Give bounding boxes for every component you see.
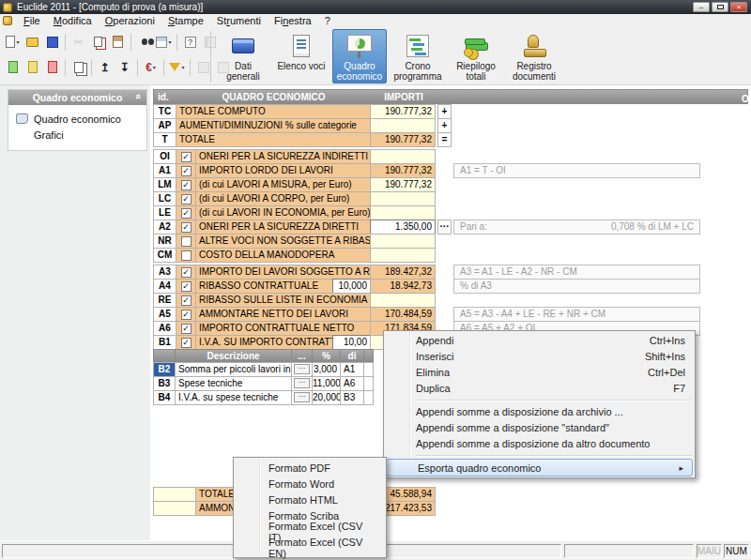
save-button[interactable] [42,32,62,53]
formula-note: Pari a:0,708 % di LM + LC [453,219,700,235]
document-icon[interactable] [3,16,12,25]
checkbox-checked-icon[interactable]: ✓ [181,194,192,204]
subtable-description-cell[interactable]: Somma per piccoli lavori in [175,362,292,377]
move-top-button[interactable]: ↥ [95,57,115,78]
checkbox-checked-icon[interactable]: ✓ [181,324,192,334]
checkbox-checked-icon[interactable]: ✓ [181,267,192,278]
menu-modifica[interactable]: Modifica [47,14,99,27]
registro-documenti-button[interactable]: Registro documenti [507,29,561,83]
dati-generali-button[interactable]: Dati generali [216,29,270,83]
checkbox-checked-icon[interactable]: ✓ [181,208,192,219]
row-id-cell: A4 [153,279,176,294]
menu-stampe[interactable]: Stampe [161,14,210,27]
checkbox-checked-icon[interactable]: ✓ [181,222,192,233]
find-button[interactable] [134,32,154,53]
quadro-economico-button[interactable]: Quadro economico [332,29,387,83]
window-layout-button[interactable]: ▾ [154,32,174,53]
amount-cell[interactable] [370,149,436,164]
crono-programma-button[interactable]: Crono programma [391,29,445,83]
context-menu-item-inserisci[interactable]: InserisciShift+Ins [385,348,694,364]
menu-item[interactable]: ? [318,14,337,27]
sidebar-item-grafici[interactable]: Grafici [8,127,146,143]
percent-input[interactable]: 10,00 [332,335,371,350]
operation-button[interactable]: + [437,104,452,119]
copy-button[interactable] [88,32,108,53]
checkbox-checked-icon[interactable]: ✓ [181,166,192,176]
amount-cell[interactable] [370,191,436,206]
subtable-description-cell[interactable]: Spese tecniche [175,376,292,391]
checkbox-unchecked-icon[interactable] [181,250,192,261]
submenu-item-formato-pdf[interactable]: Formato PDF [235,460,385,476]
currency-button[interactable]: €▾ [141,57,161,78]
context-menu-item-duplica[interactable]: DuplicaF7 [385,380,694,396]
subtable-di-cell[interactable]: B3 [340,390,364,405]
subtable-description-cell[interactable]: I.V.A. su spese tecniche [175,390,292,405]
collapse-icon[interactable]: « [133,94,145,99]
amount-cell[interactable] [370,234,436,249]
amount-cell[interactable] [370,205,436,220]
ellipsis-button[interactable]: ··· [294,378,310,388]
print-document-button[interactable] [42,57,62,78]
new-document-button[interactable]: ▾ [3,32,23,53]
subtable-percent-cell[interactable]: 3,000 [312,362,341,377]
maximize-button[interactable] [712,2,728,12]
menu-operazioni[interactable]: Operazioni [99,14,161,27]
checkbox-checked-icon[interactable]: ✓ [181,338,192,348]
submenu-item-formato-html[interactable]: Formato HTML [235,492,385,507]
riepilogo-totali-button[interactable]: Riepilogo totali [449,29,503,83]
menu-file[interactable]: File [17,14,47,27]
operation-button[interactable]: + [437,118,452,133]
toolbar-separator [187,58,193,77]
amount-cell[interactable] [370,248,436,263]
checkbox-unchecked-icon[interactable] [181,236,192,247]
amount-cell[interactable] [370,293,436,308]
subtable-percent-cell[interactable]: 20,000 [312,390,341,405]
ellipsis-button-cell[interactable]: ··· [291,376,313,391]
export-document-button[interactable] [23,57,42,78]
open-button[interactable] [23,32,42,53]
move-bottom-button[interactable]: ↧ [115,57,134,78]
ellipsis-button-cell[interactable]: ··· [291,362,313,377]
checkbox-checked-icon[interactable]: ✓ [181,180,192,190]
amount-cell[interactable]: 190.777,32 [370,104,436,119]
row-checkbox-cell: ✓ [176,307,196,322]
sidebar-item-quadro-economico[interactable]: Quadro economico [8,111,146,127]
amount-cell[interactable]: 190.777,32 [370,177,436,192]
amount-cell[interactable] [370,118,436,133]
submenu-item-formato-word[interactable]: Formato Word [235,476,385,492]
context-menu-item-appendi-somme-a-disposizione-standard[interactable]: Appendi somme a disposizione "standard" [385,419,694,435]
checkbox-checked-icon[interactable]: ✓ [181,295,192,306]
help-button[interactable]: ? [180,32,200,53]
filter-button[interactable]: ▾ [167,57,187,78]
subtable-percent-cell[interactable]: 11,000 [312,376,341,391]
context-menu-item-elimina[interactable]: EliminaCtrl+Del [385,364,694,380]
copy-pages-button[interactable] [69,57,88,78]
import-document-button[interactable] [3,57,23,78]
menu-strumenti[interactable]: Strumenti [210,14,268,27]
context-menu-item-appendi[interactable]: AppendiCtrl+Ins [385,332,694,348]
operation-button[interactable]: = [437,132,452,147]
panel-header[interactable]: Quadro economico « [8,90,146,105]
checkbox-checked-icon[interactable]: ✓ [181,281,192,292]
ellipsis-button[interactable]: ··· [294,392,310,402]
context-menu-item-appendi-somme-a-disposizione-da-altro-documento[interactable]: Appendi somme a disposizione da altro do… [385,435,694,451]
subtable-di-cell[interactable]: A6 [340,376,364,391]
elenco-voci-button[interactable]: Elenco voci [274,29,329,83]
menu-finestra[interactable]: Finestra [268,14,318,27]
checkbox-checked-icon[interactable]: ✓ [181,152,192,162]
percent-input[interactable]: 10,000 [332,279,371,294]
context-menu-item-esporta-quadro-economico[interactable]: Esporta quadro economico▸ [386,459,693,477]
paste-button[interactable] [108,32,128,53]
minimize-button[interactable]: – [693,2,710,12]
close-button[interactable]: × [730,2,747,12]
header-quadro-economico: QUADRO ECONOMICO [176,92,371,102]
ellipsis-button[interactable]: ··· [437,219,452,235]
checkbox-checked-icon[interactable]: ✓ [181,310,192,320]
ellipsis-button-cell[interactable]: ··· [291,390,313,405]
subtable-di-cell[interactable]: A1 [340,362,364,377]
context-menu-item-appendi-somme-a-disposizione-da-archivio[interactable]: Appendi somme a disposizione da archivio… [385,403,694,419]
amount-cell[interactable]: 1.350,00 [370,219,436,235]
menubar: FileModificaOperazioniStampeStrumentiFin… [0,14,751,27]
submenu-item-formato-excel-csv-en[interactable]: Formato Excel (CSV EN) [235,539,385,555]
ellipsis-button[interactable]: ··· [294,364,310,374]
